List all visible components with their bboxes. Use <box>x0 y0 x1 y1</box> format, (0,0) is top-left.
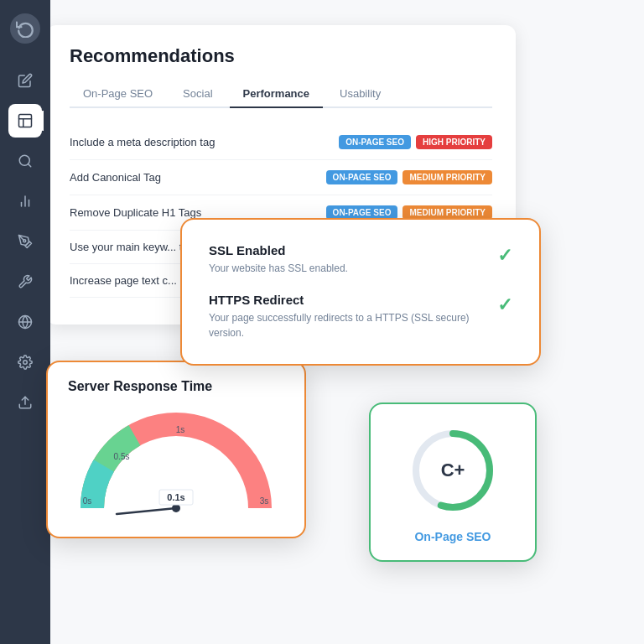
ssl-item-desc: Your website has SSL enabled. <box>209 261 484 276</box>
svg-text:1s: 1s <box>176 425 185 434</box>
ssl-item-enabled: SSL Enabled Your website has SSL enabled… <box>209 243 512 276</box>
sidebar-item-pen[interactable] <box>8 225 42 258</box>
rec-row-meta-description: Include a meta description tag On-Page S… <box>70 125 492 160</box>
rec-row-label: Add Canonical Tag <box>70 171 326 184</box>
badge-seo: On-Page SEO <box>339 135 411 149</box>
badge-seo: On-Page SEO <box>326 170 398 184</box>
badge-high: High Priority <box>416 135 492 149</box>
ssl-item-desc: Your page successfully redirects to a HT… <box>209 310 484 340</box>
sidebar <box>0 0 50 644</box>
sidebar-item-pages[interactable] <box>8 104 42 138</box>
ssl-item-https: HTTPS Redirect Your page successfully re… <box>209 293 512 340</box>
sidebar-item-search[interactable] <box>8 144 42 178</box>
svg-text:3s: 3s <box>260 496 269 506</box>
sidebar-item-edit[interactable] <box>8 64 42 97</box>
grade-label: C+ <box>441 460 465 481</box>
sidebar-item-tool[interactable] <box>8 265 42 299</box>
tab-usability[interactable]: Usability <box>326 80 394 108</box>
rec-row-label: Include a meta description tag <box>70 136 339 148</box>
tab-performance[interactable]: Performance <box>230 80 323 108</box>
svg-text:0.1s: 0.1s <box>167 492 184 502</box>
ssl-card: SSL Enabled Your website has SSL enabled… <box>180 218 541 366</box>
sidebar-logo[interactable] <box>10 13 40 44</box>
server-card-title: Server Response Time <box>68 379 284 394</box>
sidebar-item-upload[interactable] <box>8 386 42 419</box>
svg-text:0s: 0s <box>83 496 92 506</box>
tab-social[interactable]: Social <box>169 80 226 108</box>
check-icon: ✓ <box>497 245 512 267</box>
badges: On-Page SEO Medium Priority <box>326 170 492 184</box>
svg-rect-0 <box>19 115 32 127</box>
badges: On-Page SEO High Priority <box>339 135 492 149</box>
sidebar-item-analytics[interactable] <box>8 184 42 218</box>
svg-line-13 <box>117 508 176 514</box>
svg-text:0.5s: 0.5s <box>114 452 130 461</box>
svg-line-4 <box>28 164 30 166</box>
gauge-chart: 0.1s 0s 0.5s 1s 3s <box>75 408 277 517</box>
svg-point-8 <box>23 240 26 242</box>
grade-circle: C+ <box>407 424 499 517</box>
rec-row-label: Remove Duplicate H1 Tags <box>70 206 326 219</box>
seo-circle-card: C+ On-Page SEO <box>369 402 537 562</box>
gauge-svg: 0.1s 0s 0.5s 1s 3s <box>75 408 277 517</box>
server-response-card: Server Response Time 0.1s 0s 0.5s 1s 3s <box>46 361 306 538</box>
rec-row-canonical: Add Canonical Tag On-Page SEO Medium Pri… <box>70 160 492 195</box>
sidebar-item-globe[interactable] <box>8 305 42 339</box>
ssl-item-title: HTTPS Redirect <box>209 293 484 307</box>
ssl-item-title: SSL Enabled <box>209 243 484 257</box>
ssl-text-block: SSL Enabled Your website has SSL enabled… <box>209 243 484 276</box>
badge-medium: Medium Priority <box>402 170 492 184</box>
check-icon: ✓ <box>497 294 512 316</box>
svg-point-11 <box>23 361 28 365</box>
sidebar-item-gear[interactable] <box>8 345 42 379</box>
tabs-row: On-Page SEO Social Performance Usability <box>70 80 492 108</box>
tab-on-page-seo[interactable]: On-Page SEO <box>70 80 166 108</box>
seo-card-label: On-Page SEO <box>414 530 491 543</box>
recommendations-title: Recommendations <box>70 45 492 67</box>
ssl-text-block: HTTPS Redirect Your page successfully re… <box>209 293 484 340</box>
